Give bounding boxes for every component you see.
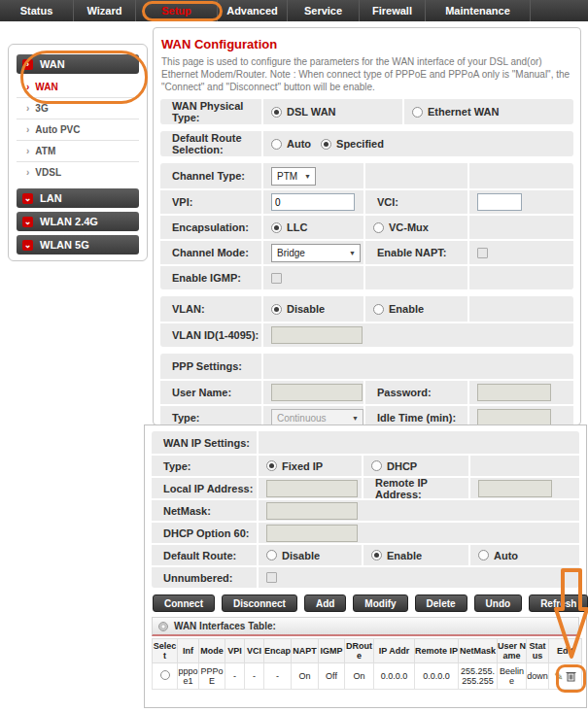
channel-mode-select[interactable]: Bridge ▼	[271, 244, 361, 262]
connect-button[interactable]: Connect	[153, 594, 215, 612]
sidebar-item-atm[interactable]: › ATM	[17, 140, 139, 161]
dhcp-radio[interactable]	[371, 460, 382, 471]
undo-button[interactable]: Undo	[474, 594, 523, 612]
col-header: Edit	[549, 639, 582, 663]
nav-tab-firewall[interactable]: Firewall	[360, 0, 426, 21]
radio-label: Disable	[282, 550, 320, 561]
llc-radio[interactable]	[271, 222, 282, 233]
col-header: IGMP	[319, 639, 345, 663]
default-route-auto-radio[interactable]	[478, 550, 489, 560]
col-header: Inf	[178, 639, 199, 663]
disconnect-button[interactable]: Disconnect	[222, 594, 297, 612]
sidebar-group-label: WLAN 5G	[40, 239, 89, 251]
sidebar-sub-list: › WAN › 3G › Auto PVC › ATM › VDSL	[17, 76, 139, 183]
add-button[interactable]: Add	[304, 594, 346, 612]
nav-tab-setup[interactable]: Setup	[136, 0, 218, 21]
chevron-down-icon: ▼	[352, 415, 359, 422]
col-header: Status	[527, 639, 549, 663]
top-nav: Status Wizard Setup Advanced Service Fir…	[0, 0, 588, 21]
sidebar-item-label: VDSL	[35, 167, 61, 178]
delete-trash-icon[interactable]	[566, 670, 576, 682]
sidebar-item-3g[interactable]: › 3G	[17, 97, 139, 119]
remote-ip-input[interactable]	[478, 480, 552, 497]
page-description: This page is used to configure the param…	[161, 55, 573, 93]
chevron-right-icon: ›	[22, 59, 33, 70]
local-ip-input[interactable]	[266, 480, 358, 497]
vlan-enable-radio[interactable]	[373, 304, 384, 315]
row-select-radio[interactable]	[160, 670, 170, 680]
default-route-disable-radio[interactable]	[266, 550, 277, 560]
vlan-disable-radio[interactable]	[271, 304, 282, 315]
unnumbered-checkbox[interactable]	[266, 572, 277, 583]
edit-pencil-icon[interactable]: ✎	[554, 670, 563, 682]
modify-button[interactable]: Modify	[353, 594, 407, 612]
section-wan-ip: WAN IP Settings: Type: Fixed IP DHCP Loc…	[152, 431, 579, 588]
radio-label: Specified	[336, 138, 384, 150]
nav-filler	[531, 0, 588, 21]
vci-input[interactable]	[477, 193, 522, 211]
specified-radio[interactable]	[321, 139, 331, 150]
cell-vpi: -	[225, 663, 245, 690]
field-label: DHCP Option 60:	[152, 523, 259, 543]
sidebar-item-label: Auto PVC	[35, 124, 80, 135]
nav-tab-service[interactable]: Service	[288, 0, 360, 21]
radio-label: Auto	[494, 550, 518, 561]
ethernet-wan-radio[interactable]	[412, 107, 423, 118]
section-vlan: VLAN: Disable Enable VLAN ID(1-4095):	[160, 296, 573, 347]
sidebar: › WAN › WAN › 3G › Auto PVC › ATM › VDSL	[8, 44, 148, 261]
radio-label: LLC	[287, 221, 307, 233]
field-label: Default Route:	[152, 545, 259, 565]
enable-igmp-checkbox[interactable]	[271, 273, 282, 284]
chevron-right-icon: ›	[26, 103, 29, 114]
dsl-wan-radio[interactable]	[271, 107, 282, 118]
radio-label: Ethernet WAN	[428, 106, 499, 118]
main-content: WAN Configuration This page is used to c…	[153, 27, 581, 425]
radio-label: Disable	[287, 303, 325, 315]
table-title: WAN Interfaces Table:	[174, 621, 276, 631]
sidebar-group-wlan5[interactable]: ⌄ WLAN 5G	[17, 235, 139, 255]
router-admin-page: Status Wizard Setup Advanced Service Fir…	[0, 0, 588, 713]
section-header: WAN IP Settings:	[152, 431, 259, 454]
field-label: VPI:	[160, 190, 263, 214]
chevron-right-icon: ›	[26, 82, 29, 92]
nav-tab-status[interactable]: Status	[0, 0, 74, 21]
vc-mux-radio[interactable]	[373, 222, 384, 233]
radio-label: Auto	[287, 138, 311, 150]
section-channel: Channel Type: PTM ▼ VPI: VCI:	[160, 163, 573, 289]
field-label: Channel Mode:	[160, 241, 263, 264]
table-row: pppoe1 PPPoE - - - On Off On 0.0.0.0 0.0…	[153, 663, 582, 690]
channel-type-select[interactable]: PTM ▼	[271, 167, 316, 186]
radio-label: DHCP	[387, 460, 417, 472]
section-default-route-selection: Default Route Selection: Auto Specified	[160, 131, 573, 156]
netmask-input[interactable]	[266, 502, 358, 520]
refresh-button[interactable]: Refresh	[529, 594, 588, 612]
nav-tab-maintenance[interactable]: Maintenance	[426, 0, 531, 21]
wan-interfaces-table-bar: WAN Interfaces Table:	[152, 617, 579, 636]
default-route-enable-radio[interactable]	[371, 550, 382, 560]
sidebar-item-wan[interactable]: › WAN	[17, 76, 139, 97]
cell-napt: On	[292, 663, 319, 690]
table-header-row: Select Inf Mode VPI VCI Encap NAPT IGMP …	[153, 639, 582, 663]
nav-tab-advanced[interactable]: Advanced	[218, 0, 288, 21]
col-header: Select	[153, 639, 178, 663]
sidebar-group-wlan24[interactable]: ⌄ WLAN 2.4G	[17, 212, 139, 231]
user-name-input[interactable]	[271, 384, 363, 401]
nav-tab-wizard[interactable]: Wizard	[74, 0, 136, 21]
action-buttons: Connect Disconnect Add Modify Delete Und…	[153, 594, 579, 612]
field-label: Default Route Selection:	[160, 131, 263, 156]
cell-encap: -	[264, 663, 292, 690]
password-input[interactable]	[477, 384, 551, 401]
field-label: NetMask:	[152, 500, 259, 521]
sidebar-item-auto-pvc[interactable]: › Auto PVC	[17, 119, 139, 140]
vpi-input[interactable]	[271, 193, 355, 211]
enable-napt-checkbox[interactable]	[477, 248, 488, 258]
sidebar-item-vdsl[interactable]: › VDSL	[17, 161, 139, 183]
auto-radio[interactable]	[271, 139, 282, 150]
delete-button[interactable]: Delete	[415, 594, 467, 612]
vlan-id-input[interactable]	[271, 326, 363, 344]
fixed-ip-radio[interactable]	[266, 460, 277, 471]
sidebar-group-lan[interactable]: ⌄ LAN	[17, 188, 139, 208]
sidebar-group-wan[interactable]: › WAN	[17, 54, 139, 74]
chevron-down-icon: ▼	[349, 250, 356, 256]
dhcp-option-60-input[interactable]	[266, 525, 358, 542]
